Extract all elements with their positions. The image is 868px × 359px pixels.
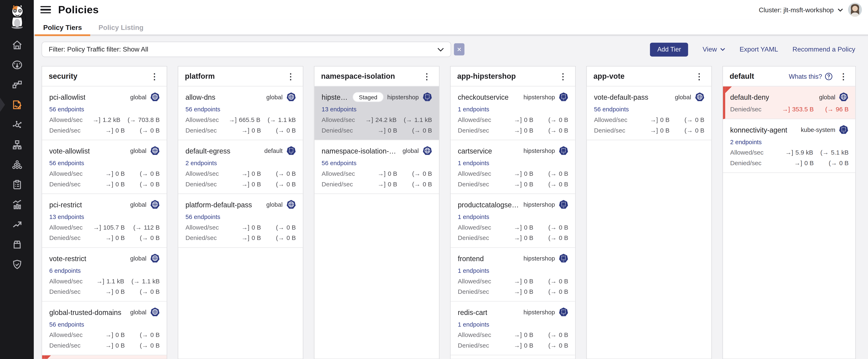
policy-name: konnectivity-agent — [730, 126, 787, 134]
policy-card[interactable]: default-deny global Denied/sec →]353.5 B… — [723, 86, 855, 119]
allowed-row: Allowed/sec →]0 B (→0 B — [185, 170, 296, 177]
tier-menu-kebab-icon[interactable]: ⋮ — [694, 71, 705, 82]
policy-card[interactable]: vote-default-pass global 56 endpoints Al… — [587, 86, 711, 140]
endpoints-link[interactable]: 56 endpoints — [185, 106, 220, 113]
endpoints-link[interactable]: 1 endpoints — [458, 321, 489, 328]
endpoints-tree-icon[interactable] — [11, 139, 22, 150]
tier-body: checkoutservice hipstershop ns 1 endpoin… — [451, 86, 575, 359]
egress-icon: (→ — [140, 234, 148, 241]
allowed-label: Allowed/sec — [321, 116, 363, 123]
tier-menu-kebab-icon[interactable]: ⋮ — [422, 71, 432, 82]
egress-value: 5.1 kB — [831, 149, 848, 156]
view-menu-button[interactable]: View — [703, 46, 725, 53]
tier-menu-kebab-icon[interactable]: ⋮ — [149, 71, 160, 82]
policy-card[interactable]: platform-default-pass global 56 endpoint… — [178, 194, 303, 248]
policy-card[interactable]: emailservice hipstershop ns 1 endpoints … — [451, 355, 575, 359]
svg-text:ns: ns — [562, 260, 564, 262]
ingress-icon: →] — [242, 234, 250, 241]
policy-card[interactable]: namespace-isolation-default-p... global … — [314, 140, 439, 194]
endpoints-link[interactable]: 1 endpoints — [458, 213, 489, 220]
whats-this-link[interactable]: Whats this? — [789, 72, 833, 80]
policy-card[interactable]: redis-cart hipstershop ns 1 endpoints Al… — [451, 302, 575, 356]
endpoints-link[interactable]: 56 endpoints — [185, 213, 220, 220]
denied-label: Denied/sec — [458, 127, 500, 134]
policy-tier-column: default Whats this? ⋮ default-deny globa… — [722, 66, 856, 359]
tier-menu-kebab-icon[interactable]: ⋮ — [558, 71, 568, 82]
policies-icon[interactable] — [11, 99, 22, 110]
policy-card[interactable]: checkoutservice hipstershop ns 1 endpoin… — [451, 86, 575, 140]
tier-header: namespace-isolation ⋮ — [314, 66, 439, 86]
egress-value: 96 B — [836, 106, 849, 113]
scope-label: hipstershop — [387, 94, 419, 100]
cluster-label: Cluster: jlt-msft-workshop — [759, 6, 834, 13]
compliance-clipboard-icon[interactable] — [11, 179, 22, 190]
clusters-icon[interactable] — [11, 159, 22, 170]
package-icon[interactable] — [11, 239, 22, 250]
policy-card[interactable]: vote-restrict global 6 endpoints Allowed… — [42, 248, 166, 302]
policy-card[interactable]: frontend hipstershop ns 1 endpoints Allo… — [451, 248, 575, 302]
policy-card[interactable]: default-egress default ns 2 endpoints Al… — [178, 140, 303, 194]
endpoints-link[interactable]: 56 endpoints — [594, 106, 629, 113]
ingress-icon: →] — [514, 332, 522, 338]
policy-card[interactable]: productcatalogservice hipstershop ns 1 e… — [451, 194, 575, 248]
tier-title: app-vote — [593, 72, 624, 80]
trend-icon[interactable] — [11, 219, 22, 230]
tab-policy-tiers[interactable]: Policy Tiers — [35, 19, 90, 36]
endpoints-link[interactable]: 56 endpoints — [49, 160, 84, 166]
policy-card[interactable]: pci-allowlist global 56 endpoints Allowe… — [42, 86, 166, 140]
denied-label: Denied/sec — [49, 342, 92, 349]
tab-track — [34, 34, 868, 36]
tier-title: security — [49, 72, 78, 80]
policy-card[interactable]: cartservice hipstershop ns 1 endpoints A… — [451, 140, 575, 194]
egress-icon: (→ — [548, 332, 557, 338]
endpoints-link[interactable]: 1 endpoints — [458, 106, 489, 113]
policy-card[interactable]: global-trusted-domains global 56 endpoin… — [42, 302, 166, 356]
threat-defense-shield-icon[interactable] — [11, 259, 22, 270]
ingress-value: 0 B — [252, 181, 261, 187]
denied-row: Denied/sec →]0 B (→0 B — [458, 127, 568, 134]
policy-card[interactable]: vote-allowlist global 56 endpoints Allow… — [42, 140, 166, 194]
endpoints-link[interactable]: 56 endpoints — [321, 160, 356, 166]
service-graph-icon[interactable] — [11, 79, 22, 90]
endpoints-link[interactable]: 2 endpoints — [730, 139, 762, 145]
endpoints-link[interactable]: 1 endpoints — [458, 267, 489, 274]
endpoints-link[interactable]: 56 endpoints — [49, 106, 84, 113]
policy-card[interactable]: pci-restrict global 13 endpoints Allowed… — [42, 194, 166, 248]
statistics-icon[interactable] — [11, 199, 22, 210]
allowed-label: Allowed/sec — [458, 224, 500, 230]
endpoints-link[interactable]: 13 endpoints — [49, 213, 84, 220]
ingress-icon: →] — [378, 181, 386, 187]
recommend-policy-button[interactable]: Recommend a Policy — [793, 46, 855, 53]
policy-card[interactable]: quarantine global 0 endpoints — [42, 355, 166, 359]
endpoints-link[interactable]: 6 endpoints — [49, 267, 81, 274]
policy-name: default-deny — [730, 93, 769, 101]
home-icon[interactable] — [11, 39, 22, 50]
endpoints-link[interactable]: 1 endpoints — [458, 160, 489, 166]
cluster-selector[interactable]: Cluster: jlt-msft-workshop — [759, 6, 843, 13]
dashboard-gauge-icon[interactable] — [11, 59, 22, 71]
tier-menu-kebab-icon[interactable]: ⋮ — [285, 71, 296, 82]
add-tier-button[interactable]: Add Tier — [650, 43, 688, 56]
policy-card[interactable]: konnectivity-agent kube-system ns 2 endp… — [723, 119, 855, 173]
tab-policy-listing[interactable]: Policy Listing — [90, 19, 152, 36]
policy-traffic-filter[interactable]: Filter: Policy Traffic filter: Show All — [41, 42, 451, 57]
ingress-icon: →] — [105, 127, 113, 134]
clear-filter-button[interactable]: ✕ — [454, 43, 465, 55]
policy-name: frontend — [458, 254, 484, 263]
user-avatar[interactable] — [848, 3, 862, 17]
allowed-label: Allowed/sec — [458, 332, 500, 338]
hamburger-menu-icon[interactable] — [40, 6, 51, 13]
export-yaml-button[interactable]: Export YAML — [740, 46, 778, 53]
ingress-icon: →] — [794, 160, 802, 166]
ingress-value: 0 B — [524, 332, 533, 338]
tier-menu-kebab-icon[interactable]: ⋮ — [838, 71, 849, 82]
globe-icon — [150, 92, 160, 102]
network-sets-icon[interactable] — [11, 119, 22, 130]
endpoints-link[interactable]: 13 endpoints — [321, 106, 356, 113]
policy-card[interactable]: hipstershop-gh... Staged hipstershop ns … — [314, 86, 439, 140]
endpoints-link[interactable]: 56 endpoints — [49, 321, 84, 328]
ingress-value: 0 B — [524, 234, 533, 241]
policy-card[interactable]: allow-dns global 56 endpoints Allowed/se… — [178, 86, 303, 140]
endpoints-link[interactable]: 2 endpoints — [185, 160, 217, 166]
globe-icon — [150, 253, 160, 263]
